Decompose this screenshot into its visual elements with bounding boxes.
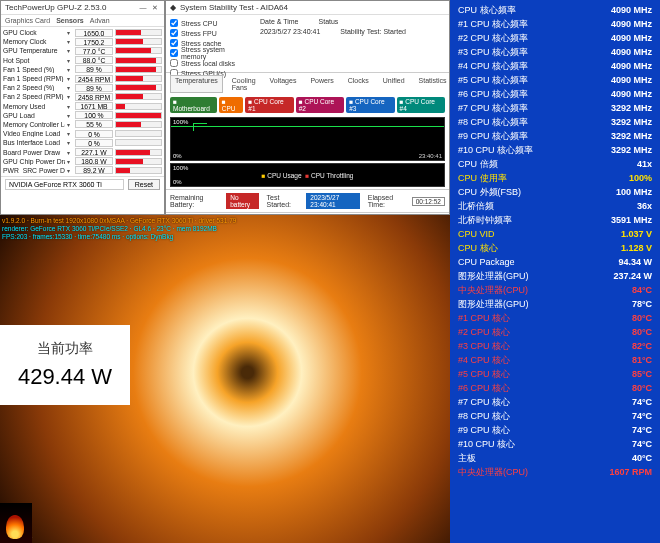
dropdown-icon[interactable]: ▾ [67, 66, 73, 73]
sensor-value: 82°C [581, 339, 654, 353]
sensor-value: 74°C [581, 423, 654, 437]
sensor-value: 1750.2 MHz [75, 38, 113, 46]
checkbox[interactable] [170, 59, 178, 67]
power-value: 429.44 W [18, 364, 112, 390]
gpuz-window: TechPowerUp GPU-Z 2.53.0 — ✕ Graphics Ca… [0, 0, 165, 215]
legend-chip[interactable]: ■ Motherboard [170, 97, 217, 113]
sensor-row: #4 CPU 核心81°C [456, 353, 654, 367]
sensor-label: #7 CPU 核心频率 [456, 101, 581, 115]
sensor-value: 74°C [581, 409, 654, 423]
legend-chip[interactable]: ■ CPU Core #1 [245, 97, 293, 113]
tab-graphics-card[interactable]: Graphics Card [5, 17, 50, 24]
dropdown-icon[interactable]: ▾ [67, 130, 73, 137]
elapsed-time: 00:12:52 [412, 197, 445, 206]
sensor-bar [115, 121, 162, 128]
sensor-row: #3 CPU 核心82°C [456, 339, 654, 353]
sensor-label: Video Engine Load [3, 130, 65, 137]
sensor-label: #5 CPU 核心 [456, 367, 581, 381]
sensor-value: 3292 MHz [581, 143, 654, 157]
sensor-label: #10 CPU 核心频率 [456, 143, 581, 157]
plot-tab[interactable]: Cooling Fans [227, 75, 261, 93]
sensor-label: #5 CPU 核心频率 [456, 73, 581, 87]
sensor-value: 4090 MHz [581, 59, 654, 73]
sensor-value: 0 % [75, 139, 113, 147]
dropdown-icon[interactable]: ▾ [67, 84, 73, 91]
sensor-label: CPU 外频(FSB) [456, 185, 581, 199]
sensor-value: 4090 MHz [581, 87, 654, 101]
dropdown-icon[interactable]: ▾ [67, 139, 73, 146]
sensor-label: 中央处理器(CPU) [456, 465, 581, 479]
sensor-label: CPU 使用率 [456, 171, 581, 185]
dropdown-icon[interactable]: ▾ [67, 121, 73, 128]
sensor-bar [115, 103, 162, 110]
plot-tab[interactable]: Statistics [414, 75, 452, 93]
osd-line: renderer: GeForce RTX 3060 Ti/PCIe/SSE2 … [2, 225, 448, 233]
sensor-bar [115, 75, 162, 82]
legend-chip[interactable]: ■ CPU Core #4 [397, 97, 445, 113]
value: 2023/5/27 23:40:41 [260, 28, 320, 38]
stress-check[interactable]: Stress FPU [170, 28, 250, 38]
plot-timestamp: 23:40:41 [419, 153, 442, 159]
dropdown-icon[interactable]: ▾ [67, 93, 73, 100]
sensor-label: Fan 1 Speed (RPM) [3, 75, 65, 82]
label: Elapsed Time: [368, 194, 404, 208]
sensor-label: CPU 核心频率 [456, 3, 581, 17]
plot-tab[interactable]: Clocks [343, 75, 374, 93]
reset-button[interactable]: Reset [128, 179, 160, 190]
checkbox[interactable] [170, 39, 178, 47]
plot-tab[interactable]: Powers [305, 75, 338, 93]
sensor-value: 81°C [581, 353, 654, 367]
dropdown-icon[interactable]: ▾ [67, 149, 73, 156]
sensor-bar [115, 167, 162, 174]
device-name[interactable]: NVIDIA GeForce RTX 3060 Ti [5, 179, 124, 190]
sensor-value: 100 MHz [581, 185, 654, 199]
legend-chip[interactable]: ■ CPU Core #2 [296, 97, 344, 113]
sensor-bar [115, 158, 162, 165]
sensor-row: #5 CPU 核心频率4090 MHz [456, 73, 654, 87]
sensor-row: 北桥时钟频率3591 MHz [456, 213, 654, 227]
stress-options: Stress CPUStress FPUStress cacheStress s… [166, 15, 254, 72]
sensor-label: Fan 2 Speed (RPM) [3, 93, 65, 100]
sensor-label: Fan 2 Speed (%) [3, 84, 65, 91]
checkbox[interactable] [170, 19, 178, 27]
power-overlay: 当前功率 429.44 W [0, 325, 130, 405]
stress-check[interactable]: Stress system memory [170, 48, 250, 58]
plot-tab[interactable]: Unified [378, 75, 410, 93]
tab-sensors[interactable]: Sensors [56, 17, 84, 24]
sensor-value: 80°C [581, 311, 654, 325]
dropdown-icon[interactable]: ▾ [67, 38, 73, 45]
stress-check[interactable]: Stress CPU [170, 18, 250, 28]
sensor-value: 3292 MHz [581, 115, 654, 129]
sensor-label: 主板 [456, 451, 581, 465]
plot-tab[interactable]: Voltages [265, 75, 302, 93]
sensor-row: CPU 使用率100% [456, 171, 654, 185]
dropdown-icon[interactable]: ▾ [67, 158, 73, 165]
legend-chip[interactable]: ■ CPU [219, 97, 244, 113]
sensor-label: GPU Chip Power Draw [3, 158, 65, 165]
checkbox[interactable] [170, 29, 178, 37]
minimize-icon[interactable]: — [138, 4, 148, 12]
tab-advanced[interactable]: Advan [90, 17, 110, 24]
dropdown-icon[interactable]: ▾ [67, 167, 73, 174]
sensor-value: 85°C [581, 367, 654, 381]
sensor-row: #2 CPU 核心80°C [456, 325, 654, 339]
sensor-row: #3 CPU 核心频率4090 MHz [456, 45, 654, 59]
dropdown-icon[interactable]: ▾ [67, 103, 73, 110]
label: Status [319, 18, 339, 28]
sensor-bar [115, 38, 162, 45]
sensor-value: 1607 RPM [581, 465, 654, 479]
sensor-row: #8 CPU 核心频率3292 MHz [456, 115, 654, 129]
dropdown-icon[interactable]: ▾ [67, 75, 73, 82]
close-icon[interactable]: ✕ [150, 4, 160, 12]
dropdown-icon[interactable]: ▾ [67, 57, 73, 64]
dropdown-icon[interactable]: ▾ [67, 112, 73, 119]
power-label: 当前功率 [37, 340, 93, 358]
plot-tab[interactable]: Temperatures [170, 75, 223, 93]
legend-chip[interactable]: ■ CPU Core #3 [346, 97, 394, 113]
dropdown-icon[interactable]: ▾ [67, 47, 73, 54]
sensor-row: #8 CPU 核心74°C [456, 409, 654, 423]
sensor-row: Memory Clock▾1750.2 MHz [3, 37, 162, 46]
dropdown-icon[interactable]: ▾ [67, 29, 73, 36]
checkbox[interactable] [170, 49, 178, 57]
flame-icon [0, 503, 32, 543]
